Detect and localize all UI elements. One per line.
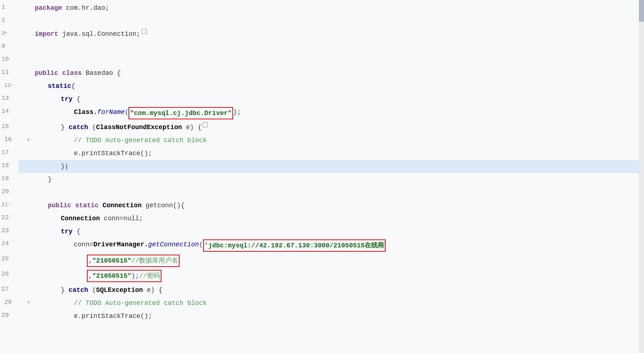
paren-24: (	[199, 239, 203, 250]
line-content-14[interactable]: Class.forName("com.mysql.cj.jdbc.Driver"…	[33, 106, 644, 121]
kw-static-12: static	[48, 81, 71, 91]
red-box-string-25: ,"21050515"//数据库用户名	[87, 255, 180, 267]
string-14: "com.mysql.cj.jdbc.Driver"	[130, 110, 232, 117]
gutter-10	[19, 54, 27, 67]
line-number-11: 11	[0, 67, 19, 80]
kw-public-21: public	[48, 200, 71, 210]
code-22: conn=null;	[100, 213, 143, 224]
line-number-23: 23	[0, 225, 19, 238]
line-3: 3+ import java.sql.Connection;	[0, 27, 644, 41]
exc-type-15: ClassNotFoundException	[96, 122, 182, 132]
scrollbar-thumb[interactable]	[639, 0, 644, 22]
line-number-16: 16	[0, 134, 19, 147]
line-number-18: 18	[0, 160, 19, 173]
line-content-26[interactable]: ,"21050515");//密码	[33, 268, 644, 284]
line-11: 11 public class Basedao {	[0, 67, 644, 80]
line-content-12[interactable]: static{	[33, 80, 644, 93]
error-24	[27, 238, 33, 253]
gutter-12	[19, 80, 27, 93]
brace-23: {	[72, 226, 80, 237]
class-basedao: Basedao {	[82, 68, 121, 78]
error-10	[27, 54, 33, 67]
scrollbar-right[interactable]	[639, 0, 644, 353]
gutter-18	[19, 160, 27, 173]
gutter-28	[19, 297, 27, 310]
fold-indicator-15[interactable]	[203, 122, 208, 127]
line-content-29[interactable]: e.printStackTrace();	[33, 310, 644, 323]
line-content-19[interactable]: }	[33, 173, 644, 186]
error-23	[27, 225, 33, 238]
line-content-2[interactable]	[33, 14, 644, 27]
string-25: "21050515"	[92, 257, 131, 264]
kw-try-23: try	[61, 226, 72, 237]
gutter-20	[19, 186, 27, 199]
code-editor: 1 package com.hr.dao; 2 3+ import java.s…	[0, 0, 644, 353]
kw-static-21: static	[75, 200, 99, 210]
line-content-28[interactable]: // TODO Auto-generated catch block	[33, 297, 644, 310]
line-content-15[interactable]: } catch (ClassNotFoundException e) {	[33, 121, 644, 134]
error-16: ⚡	[27, 134, 33, 147]
line-16: 16 ⚡ // TODO Auto-generated catch block	[0, 134, 644, 147]
comment-25: //数据库用户名	[131, 257, 178, 264]
line-content-1[interactable]: package com.hr.dao;	[33, 1, 644, 14]
line-content-25[interactable]: ,"21050515"//数据库用户名	[33, 253, 644, 268]
gutter-22	[19, 212, 27, 225]
line-content-10[interactable]	[33, 54, 644, 67]
line-number-26: 26	[0, 268, 19, 284]
line-number-10: 10	[0, 54, 19, 67]
line-content-22[interactable]: Connection conn=null;	[33, 212, 644, 225]
line-26: 26 ,"21050515");//密码	[0, 268, 644, 284]
line-content-24[interactable]: conn=DriverManager.getConnection('jdbc:m…	[33, 238, 644, 253]
comma-26: ,	[88, 272, 92, 280]
line-content-3[interactable]: import java.sql.Connection;	[33, 27, 644, 41]
line-number-22: 22	[0, 212, 19, 225]
brace-12: {	[71, 81, 75, 91]
line-content-9[interactable]	[33, 41, 644, 54]
method-14: forName	[97, 107, 125, 117]
line-content-17[interactable]: e.printStackTrace();	[33, 147, 644, 160]
gutter-29	[19, 310, 27, 323]
fold-indicator[interactable]	[142, 29, 147, 34]
line-content-20[interactable]	[33, 186, 644, 199]
error-29	[27, 310, 33, 323]
line-content-13[interactable]: try {	[33, 93, 644, 106]
error-27	[27, 284, 33, 297]
close-18: }|	[61, 161, 69, 171]
gutter-17	[19, 147, 27, 160]
line-number-28: 28	[0, 297, 19, 310]
error-11	[27, 67, 33, 80]
space-21	[71, 200, 75, 210]
brace-13: {	[72, 94, 80, 104]
code-17: e.printStackTrace();	[74, 148, 152, 158]
error-15	[27, 121, 33, 134]
method-21: getconn(){	[142, 200, 185, 210]
error-20	[27, 186, 33, 199]
code-area: 1 package com.hr.dao; 2 3+ import java.s…	[0, 0, 644, 323]
line-24: 24 conn=DriverManager.getConnection('jdb…	[0, 238, 644, 253]
line-29: 29 e.printStackTrace();	[0, 310, 644, 323]
gutter-15	[19, 121, 27, 134]
var-27: e) {	[143, 285, 163, 295]
error-3	[27, 27, 33, 41]
error-14	[27, 106, 33, 121]
error-13	[27, 93, 33, 106]
kw-catch-15: catch	[69, 122, 88, 132]
close-brace-27: }	[61, 285, 69, 295]
line-10: 10	[0, 54, 644, 67]
error-28: ⚡	[27, 297, 33, 310]
gutter-14	[19, 106, 27, 121]
line-12: 12- static{	[0, 80, 644, 93]
line-content-11[interactable]: public class Basedao {	[33, 67, 644, 80]
line-number-25: 25	[0, 253, 19, 268]
line-content-18[interactable]: }|	[33, 160, 644, 173]
keyword-package: package	[35, 3, 62, 13]
line-content-23[interactable]: try {	[33, 225, 644, 238]
gutter-21	[19, 199, 27, 212]
line-content-16[interactable]: // TODO Auto-generated catch block	[33, 134, 644, 147]
class-ref-14: Class.	[74, 107, 97, 117]
gutter-16	[19, 134, 27, 147]
line-content-21[interactable]: public static Connection getconn(){	[33, 199, 644, 212]
line-27: 27 } catch (SQLException e) {	[0, 284, 644, 297]
line-content-27[interactable]: } catch (SQLException e) {	[33, 284, 644, 297]
red-box-string-24: 'jdbc:mysql://42.192.67.130:3000/2105051…	[203, 239, 386, 252]
